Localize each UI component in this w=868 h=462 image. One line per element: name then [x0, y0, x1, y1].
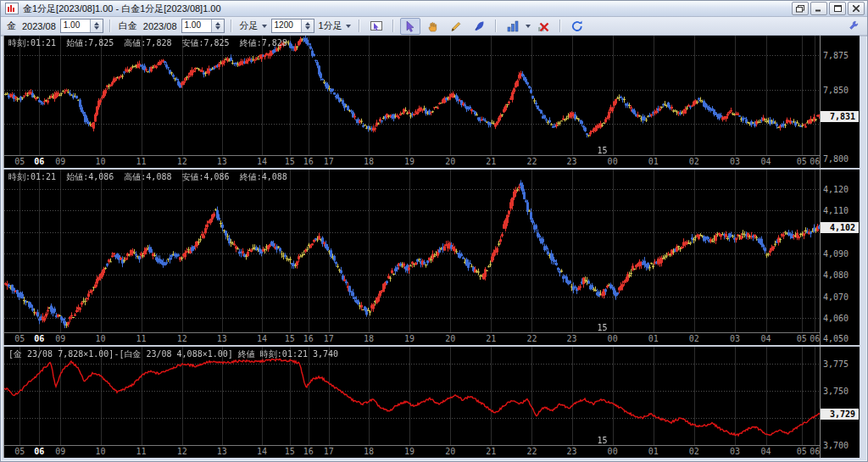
close-button[interactable]: [848, 2, 865, 15]
x-axis-tick: 04: [760, 447, 771, 456]
platinum-label: 白金: [117, 19, 139, 32]
last-price-badge: 4,102: [821, 222, 859, 233]
x-axis-tick: 14: [257, 157, 267, 166]
gold-chart-canvas: [4, 36, 820, 156]
cascade-icon: [796, 5, 804, 13]
x-axis-tick: 16: [303, 157, 314, 166]
x-axis-tick: 10: [95, 157, 105, 166]
refresh-button[interactable]: [567, 18, 587, 35]
cascade-button[interactable]: [792, 2, 809, 15]
chevron-down-icon[interactable]: [526, 25, 531, 28]
x-axis-tick: 13: [217, 334, 227, 343]
toolbar-separator: [109, 19, 111, 32]
x-axis-tick: 05: [14, 157, 25, 166]
bar-count-value[interactable]: 1200: [272, 19, 301, 32]
x-axis-tick: 03: [730, 157, 740, 166]
select-arrow-button[interactable]: [400, 18, 420, 35]
y-axis-label: 4,070: [823, 292, 849, 301]
maximize-button[interactable]: [829, 2, 846, 15]
x-axis-tick: 02: [689, 157, 699, 166]
chart-type-button[interactable]: [503, 18, 523, 35]
app-icon: [5, 3, 19, 14]
x-axis-tick: 05: [797, 157, 807, 166]
y-axis-label: 7,800: [823, 154, 849, 164]
bar-count-spinner[interactable]: 1200: [271, 19, 314, 33]
x-axis-tick: 20: [445, 447, 455, 456]
x-axis-tick: 03: [730, 334, 740, 343]
x-axis-tick: 05: [14, 447, 25, 456]
x-axis-tick: 00: [608, 447, 618, 456]
x-axis-tick: 05: [797, 334, 807, 343]
x-axis-tick: 00: [608, 334, 618, 343]
platinum-multiplier-value[interactable]: 1.00: [182, 19, 211, 32]
x-axis-tick: 16: [303, 334, 314, 343]
gold-multiplier-value[interactable]: 1.00: [61, 19, 90, 32]
pan-hand-button[interactable]: [423, 18, 443, 35]
chart-stack: 時刻:01:21 始値:7,825 高値:7,828 安値:7,825 終値:7…: [3, 36, 860, 458]
minimize-icon: [815, 5, 822, 12]
app-window: 金1分足[2023/08]1.00 - 白金1分足[2023/08]1.00 金…: [0, 0, 868, 462]
delete-chart-button[interactable]: [533, 18, 554, 35]
gold-price-axis: 7,8757,8507,8007,831: [821, 36, 860, 168]
x-axis-tick: 00: [608, 157, 618, 166]
maximize-icon: [834, 5, 842, 12]
x-axis-tick: 21: [486, 334, 496, 343]
spread-price-axis: 3,7753,7503,7003,729: [821, 347, 860, 458]
pencil-button[interactable]: [446, 18, 466, 35]
title-bar: 金1分足[2023/08]1.00 - 白金1分足[2023/08]1.00: [1, 1, 867, 17]
platinum-chart-canvas: [4, 170, 820, 333]
gold-multiplier-spinner[interactable]: 1.00: [60, 19, 103, 33]
x-axis-tick: 06: [810, 334, 820, 343]
x-axis-tick: 12: [177, 334, 187, 343]
x-axis-tick: 12: [177, 447, 187, 456]
close-icon: [853, 5, 860, 12]
spinner-arrows-icon[interactable]: [301, 19, 314, 32]
x-axis-tick: 15: [285, 334, 295, 343]
chart-cursor-button[interactable]: [366, 18, 387, 35]
refresh-icon: [570, 19, 584, 33]
x-axis-tick: 17: [324, 447, 334, 456]
platinum-price-axis: 4,1204,1104,0904,0804,0704,0604,0504,102: [821, 170, 860, 345]
chevron-down-icon: [346, 25, 351, 28]
y-axis-label: 7,850: [823, 85, 849, 94]
x-axis-tick: 11: [136, 447, 147, 456]
y-axis-label: 4,120: [823, 184, 849, 193]
gold-chart-plot[interactable]: 時刻:01:21 始値:7,825 高値:7,828 安値:7,825 終値:7…: [3, 36, 821, 168]
x-axis-tick: 21: [486, 447, 496, 456]
platinum-chart-plot[interactable]: 時刻:01:21 始値:4,086 高値:4,088 安値:4,086 終値:4…: [3, 170, 821, 345]
interval-dropdown[interactable]: 1分足: [317, 19, 353, 32]
y-axis-label: 3,775: [823, 359, 849, 369]
x-axis-tick: 04: [760, 334, 771, 343]
settings-wrench-button[interactable]: [848, 19, 860, 33]
platinum-multiplier-spinner[interactable]: 1.00: [181, 19, 225, 33]
last-price-badge: 7,831: [821, 111, 859, 122]
toolbar-separator: [559, 19, 561, 32]
spread-chart-plot[interactable]: [金 23/08 7,828×1.00]-[白金 23/08 4,088×1.0…: [3, 347, 821, 458]
y-axis-label: 4,080: [823, 270, 849, 280]
x-axis-tick: 17: [324, 157, 334, 166]
x-axis-tick: 17: [324, 334, 334, 343]
y-axis-label: 4,110: [823, 205, 849, 214]
pen-button[interactable]: [469, 18, 489, 35]
x-axis-tick: 06: [810, 157, 820, 166]
platinum-ohlc-info: 時刻:01:21 始値:4,086 高値:4,088 安値:4,086 終値:4…: [8, 171, 287, 183]
x-axis-tick: 02: [689, 334, 699, 343]
x-axis-tick: 22: [526, 334, 537, 343]
x-axis-tick: 03: [730, 447, 740, 456]
spinner-arrows-icon[interactable]: [211, 19, 224, 32]
day-marker: 15: [598, 146, 608, 155]
y-axis-label: 4,050: [823, 333, 849, 342]
x-axis-tick: 22: [526, 157, 537, 166]
interval-type-dropdown[interactable]: 分足: [238, 19, 269, 32]
y-axis-label: 4,090: [823, 248, 849, 258]
x-axis-tick: 11: [136, 157, 147, 166]
minimize-button[interactable]: [810, 2, 827, 15]
delete-chart-icon: [537, 19, 550, 33]
gold-label: 金: [5, 19, 18, 32]
spinner-arrows-icon[interactable]: [90, 19, 103, 32]
x-axis-tick: 10: [95, 334, 105, 343]
x-axis-tick: 19: [404, 447, 415, 456]
chart-cursor-icon: [370, 19, 383, 33]
x-axis-tick: 13: [217, 447, 227, 456]
x-axis-tick: 09: [55, 334, 65, 343]
